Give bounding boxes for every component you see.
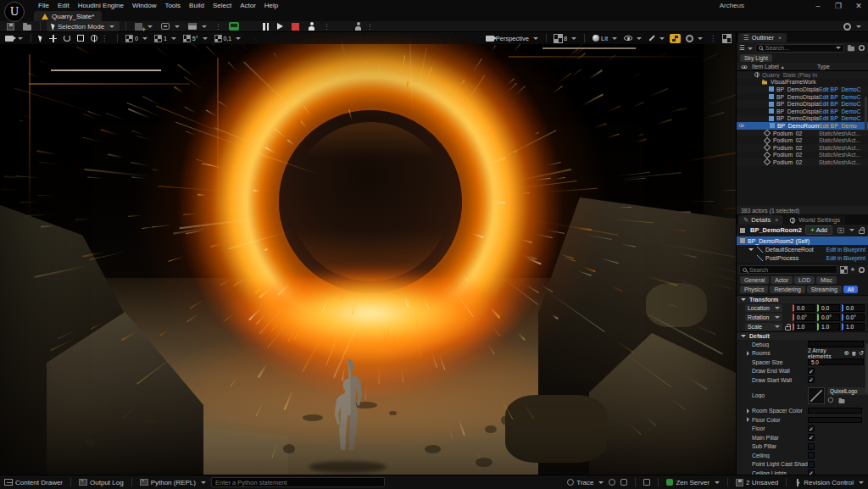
outliner-row-quarry-slate-play-in-editor-[interactable]: Quarry_Slate (Play In Editor) (737, 71, 868, 79)
revision-control-dropdown[interactable]: Revision Control (794, 479, 864, 486)
show-flags-dropdown[interactable] (622, 36, 643, 41)
outliner-settings-icon[interactable] (859, 45, 865, 51)
outliner-row-bp-demodisplay12[interactable]: BP_DemoDisplay12Edit BP_DemoC (737, 108, 868, 115)
rotation-x-field[interactable]: 0.0° (793, 314, 815, 321)
viewport-options-button[interactable] (3, 36, 25, 42)
eject-button[interactable] (305, 21, 318, 31)
quad-view-button[interactable] (721, 35, 732, 42)
frame-skip-button[interactable] (275, 21, 286, 31)
outliner-row-visualframework[interactable]: VisualFrameWork (737, 79, 868, 86)
maximize-button[interactable]: ❐ (832, 2, 844, 10)
mode-select-dropdown[interactable]: Selection Mode (47, 21, 120, 31)
menu-file[interactable]: File (34, 2, 53, 9)
level-tab[interactable]: Quarry_Slate* (34, 11, 102, 21)
display-filter-icon[interactable] (841, 266, 847, 272)
outliner-row-bp-demodisplay11[interactable]: BP_DemoDisplay11Edit BP_DemoC (737, 100, 868, 108)
location-x-field[interactable]: 0.0 (793, 304, 815, 312)
browse-icon[interactable] (839, 399, 845, 403)
rotation-y-field[interactable]: 0.0° (817, 314, 840, 321)
menu-help[interactable]: Help (260, 2, 282, 9)
python-repl-dropdown[interactable]: Python (REPL) (140, 479, 206, 486)
section-default[interactable]: Default (737, 331, 868, 340)
viewport-more-options[interactable]: ⋮ (708, 35, 718, 42)
blueprint-dropdown[interactable] (835, 227, 856, 234)
checkbox[interactable]: ✓ (808, 434, 815, 441)
add-actor-button[interactable] (132, 21, 155, 31)
lock-icon[interactable] (785, 326, 791, 331)
chip-rendering[interactable]: Rendering (770, 286, 804, 293)
checkbox[interactable] (808, 461, 815, 468)
eye-icon[interactable] (739, 125, 744, 128)
outliner-row-bp-demodisplay8[interactable]: BP_DemoDisplay8Edit BP_DemoC (737, 86, 868, 93)
tab-world-settings[interactable]: World Settings (784, 215, 845, 225)
minimize-button[interactable]: – (812, 2, 824, 10)
rotation-snap-button[interactable]: 5° (181, 35, 209, 42)
location-y-field[interactable]: 0.0 (817, 304, 840, 312)
pause-button[interactable] (260, 21, 271, 31)
chip-misc[interactable]: Misc (816, 276, 837, 284)
menu-actor[interactable]: Actor (236, 2, 260, 9)
expander-icon[interactable] (747, 417, 749, 422)
reset-icon[interactable]: ↺ (859, 350, 864, 357)
scale-z-field[interactable]: 1.0 (842, 323, 865, 331)
checkbox[interactable]: ✓ (808, 368, 815, 375)
chip-general[interactable]: General (740, 276, 769, 284)
checkbox[interactable]: ✓ (808, 470, 815, 475)
chip-physics[interactable]: Physics (740, 286, 768, 293)
menu-edit[interactable]: Edit (53, 2, 74, 9)
favorites-star-icon[interactable]: ★ (850, 266, 855, 273)
details-settings-icon[interactable] (859, 266, 865, 272)
value-field[interactable]: 5.0 (808, 358, 864, 365)
camera-speed-button[interactable]: 8 (553, 35, 578, 42)
expander-icon[interactable] (747, 408, 749, 414)
close-button[interactable]: ✕ (853, 2, 865, 10)
outliner-row-bp-demodisplay9[interactable]: BP_DemoDisplay9Edit BP_DemoC (737, 93, 868, 101)
rotation-z-field[interactable]: 0.0° (842, 314, 865, 321)
checkbox[interactable] (808, 452, 815, 458)
outliner-row-podium-02[interactable]: Podium_02StaticMeshAct... (737, 136, 868, 144)
settings-dropdown[interactable] (841, 21, 864, 31)
filter-chip-skylight[interactable]: Sky Light (740, 54, 772, 62)
menu-build[interactable]: Build (185, 2, 209, 9)
surface-snap-button[interactable]: 0 (124, 35, 149, 42)
outliner-row-bp-demodisplay13[interactable]: BP_DemoDisplay13Edit BP_DemoC (737, 115, 868, 123)
zen-server-dropdown[interactable]: Zen Server (666, 479, 720, 486)
edit-blueprint-link[interactable]: Edit BP_DemoC (819, 94, 866, 100)
multiuser-button[interactable]: ⋮ (352, 21, 377, 31)
chip-lod[interactable]: LOD (794, 276, 815, 284)
output-log-button[interactable]: Output Log (79, 479, 124, 486)
outliner-column-header[interactable]: Item Label ▲ Type (737, 63, 868, 71)
edit-mode-dropdown[interactable] (647, 37, 666, 40)
menu-tools[interactable]: Tools (160, 2, 185, 9)
edit-blueprint-link[interactable]: Edit BP_Demo (819, 123, 866, 129)
screenshot-icon[interactable] (620, 479, 627, 486)
scale-tool-button[interactable] (75, 35, 86, 42)
status-globe-icon[interactable] (609, 479, 615, 486)
details-search-input[interactable]: Search (739, 265, 837, 274)
outliner-row-podium-02[interactable]: Podium_02StaticMeshAct... (737, 152, 868, 159)
lock-icon[interactable] (859, 230, 865, 234)
chip-actor[interactable]: Actor (771, 276, 793, 284)
location-z-field[interactable]: 0.0 (842, 304, 865, 312)
component-bp-demoroom2-self-[interactable]: BP_DemoRoom2 (Self) (737, 236, 868, 245)
menu-window[interactable]: Window (128, 2, 160, 9)
menu-select[interactable]: Select (209, 2, 236, 9)
use-selected-icon[interactable] (828, 397, 833, 402)
checkbox[interactable]: ✓ (808, 425, 815, 432)
asset-thumbnail[interactable] (808, 387, 825, 404)
content-drawer-toggle[interactable]: Content Drawer (4, 479, 63, 486)
world-local-toggle[interactable]: ⋮ (89, 35, 111, 42)
outliner-search-input[interactable]: Search... (755, 44, 844, 53)
color-swatch[interactable] (808, 417, 862, 423)
save-button[interactable] (4, 21, 17, 31)
python-command-input[interactable] (211, 477, 385, 487)
platforms-button[interactable] (226, 21, 242, 31)
outliner-row-bp-demoroom2[interactable]: BP_DemoRoom2Edit BP_Demo (737, 122, 868, 130)
rotate-tool-button[interactable] (62, 35, 72, 42)
menu-houdini-engine[interactable]: Houdini Engine (74, 2, 128, 9)
game-settings-button-active[interactable] (670, 34, 681, 43)
checkbox[interactable] (808, 443, 815, 450)
viewport-settings-button[interactable] (684, 35, 704, 42)
outliner-row-podium-02[interactable]: Podium_02StaticMeshAct... (737, 158, 868, 166)
scale-x-field[interactable]: 1.0 (793, 323, 815, 331)
